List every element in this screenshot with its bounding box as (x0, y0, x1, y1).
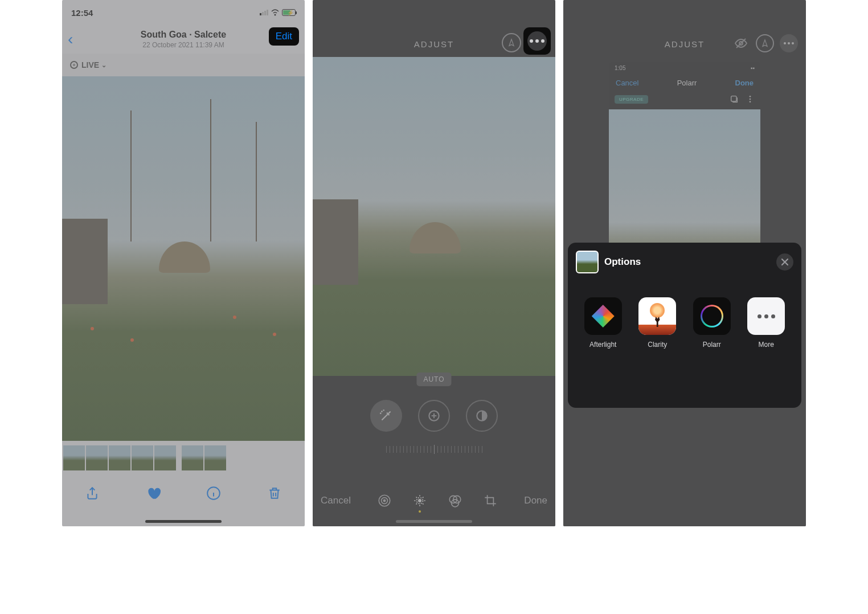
svg-point-15 (750, 99, 751, 100)
clarity-icon (638, 297, 676, 335)
extension-apps-row: Afterlight Clarity Polarr More (576, 290, 793, 355)
thumbnail[interactable] (109, 445, 130, 470)
adjust-title: ADJUST (414, 39, 454, 49)
edit-nav-bar: ADJUST (563, 0, 806, 57)
upgrade-badge[interactable]: UPGRADE (615, 95, 648, 104)
back-button[interactable]: ‹ (68, 30, 73, 48)
wifi-icon (271, 9, 280, 16)
extension-nav: Cancel Polarr Done (609, 74, 760, 91)
options-sheet: Options Afterlight Clarity Polarr (568, 243, 801, 408)
svg-point-8 (419, 500, 421, 502)
adjustment-controls (313, 393, 555, 439)
app-label: More (759, 341, 774, 349)
edit-nav-bar: ADJUST (313, 0, 555, 57)
afterlight-icon (584, 297, 622, 335)
app-label: Afterlight (589, 341, 616, 349)
edit-button-label: Edit (276, 31, 292, 42)
markup-button[interactable] (756, 34, 774, 52)
adjust-tab-icon[interactable] (412, 493, 427, 508)
status-time: 12:54 (71, 8, 93, 18)
extension-status-bar: 1:05 ▪▪ (609, 62, 760, 74)
home-indicator[interactable] (145, 520, 222, 523)
extension-title: Polarr (677, 79, 697, 87)
more-icon (747, 297, 785, 335)
thumbnail[interactable] (154, 445, 176, 470)
live-icon (70, 61, 78, 69)
close-icon (781, 258, 789, 266)
photo-edit-viewport[interactable]: AUTO (313, 57, 555, 376)
extension-battery-icon: ▪▪ (751, 65, 755, 71)
extension-time: 1:05 (615, 65, 625, 71)
adjust-title: ADJUST (665, 39, 705, 49)
menu-dots-icon[interactable] (746, 95, 755, 104)
app-afterlight[interactable]: Afterlight (580, 297, 626, 349)
adjustment-slider[interactable] (313, 442, 555, 457)
layers-icon[interactable] (730, 95, 739, 104)
sheet-title: Options (604, 256, 641, 268)
markup-button[interactable] (502, 33, 521, 52)
share-icon[interactable] (85, 486, 100, 501)
svg-point-14 (750, 96, 751, 97)
status-bar: 12:54 ⚡ (62, 0, 305, 25)
app-label: Polarr (703, 341, 721, 349)
thumbnail-scrubber[interactable] (62, 444, 305, 472)
extension-cancel[interactable]: Cancel (616, 79, 638, 87)
photo-viewport[interactable] (62, 76, 305, 441)
svg-point-16 (750, 101, 751, 103)
edit-button[interactable]: Edit (269, 27, 299, 46)
live-label: LIVE (81, 60, 99, 69)
svg-point-0 (275, 14, 276, 16)
app-clarity[interactable]: Clarity (634, 297, 680, 349)
extension-done[interactable]: Done (735, 79, 754, 87)
photo-title-block: South Goa · Salcete 22 October 2021 11:3… (141, 30, 226, 49)
status-indicators: ⚡ (260, 9, 296, 16)
svg-rect-13 (731, 96, 736, 101)
edit-bottom-bar: Cancel Done (313, 486, 555, 515)
more-options-button[interactable] (523, 27, 551, 55)
auto-label: AUTO (416, 373, 451, 386)
polarr-icon (693, 297, 731, 335)
thumbnail[interactable] (132, 445, 153, 470)
close-button[interactable] (776, 253, 793, 271)
app-label: Clarity (648, 341, 667, 349)
location-title: South Goa · Salcete (141, 30, 226, 40)
info-icon[interactable] (206, 486, 221, 501)
battery-icon: ⚡ (282, 9, 296, 16)
done-button[interactable]: Done (524, 495, 547, 506)
live-photo-toggle[interactable]: LIVE ⌄ (62, 54, 305, 76)
thumbnail[interactable] (86, 445, 108, 470)
extension-toolbar: UPGRADE (609, 91, 760, 107)
app-more[interactable]: More (743, 297, 789, 349)
chevron-down-icon: ⌄ (101, 62, 107, 69)
filters-tab-icon[interactable] (448, 493, 462, 508)
live-edit-icon[interactable] (377, 493, 392, 508)
home-indicator[interactable] (396, 520, 472, 523)
sheet-thumbnail (576, 251, 599, 273)
svg-point-6 (384, 500, 386, 501)
cancel-button[interactable]: Cancel (321, 495, 351, 506)
bottom-toolbar (62, 476, 305, 510)
exposure-button[interactable] (418, 400, 450, 432)
more-options-button[interactable] (780, 34, 798, 52)
trash-icon[interactable] (267, 486, 282, 501)
thumbnail[interactable] (63, 445, 85, 470)
cellular-signal-icon (260, 10, 268, 15)
timestamp-subtitle: 22 October 2021 11:39 AM (141, 41, 226, 49)
thumbnail[interactable] (182, 445, 203, 470)
brilliance-button[interactable] (466, 400, 498, 432)
preview-toggle-icon[interactable] (732, 34, 750, 52)
thumbnail-current[interactable] (204, 445, 226, 470)
favorite-icon[interactable] (146, 486, 161, 501)
crop-tab-icon[interactable] (483, 493, 498, 508)
app-polarr[interactable]: Polarr (689, 297, 735, 349)
auto-enhance-button[interactable] (370, 400, 402, 432)
